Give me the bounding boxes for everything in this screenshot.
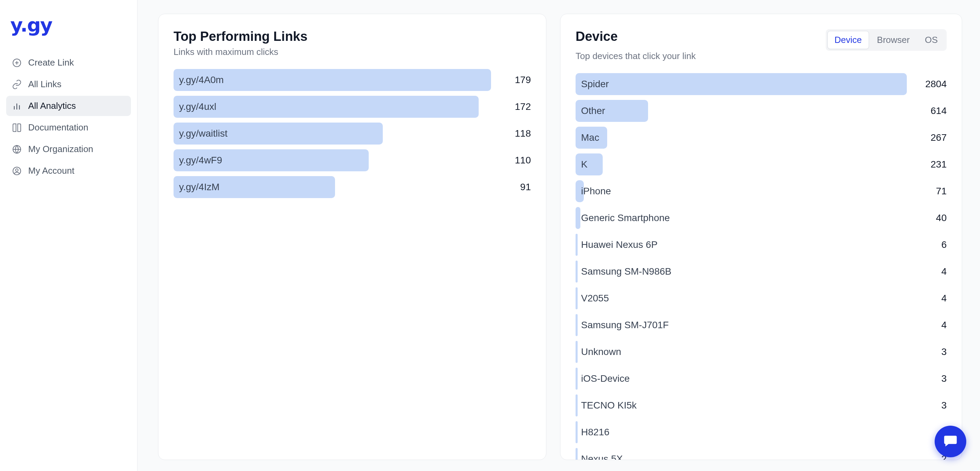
list-item[interactable]: y.gy/waitlist118 — [173, 122, 531, 144]
plus-circle-icon — [12, 58, 22, 68]
bar-track: Samsung SM-J701F — [576, 314, 907, 336]
list-item[interactable]: Mac267 — [576, 127, 947, 149]
bar-track: K — [576, 154, 907, 175]
sidebar-item-all-links[interactable]: All Links — [6, 74, 131, 94]
bar-fill — [576, 287, 578, 309]
card-title: Top Performing Links — [173, 29, 531, 44]
sidebar-item-label: All Links — [28, 79, 62, 90]
bar-fill — [576, 314, 578, 336]
list-item[interactable]: iPhone71 — [576, 180, 947, 202]
list-item[interactable]: y.gy/4A0m179 — [173, 69, 531, 91]
list-item[interactable]: Unknown3 — [576, 341, 947, 363]
svg-point-8 — [16, 168, 18, 171]
user-circle-icon — [12, 166, 22, 176]
bar-fill — [576, 73, 907, 95]
tab-device[interactable]: Device — [827, 31, 869, 49]
sidebar-item-label: Documentation — [28, 122, 88, 133]
list-item[interactable]: H82162 — [576, 421, 947, 443]
bar-value: 2804 — [912, 79, 947, 90]
sidebar-item-create-link[interactable]: Create Link — [6, 52, 131, 73]
bar-label: iPhone — [581, 186, 611, 197]
bar-value: 231 — [912, 159, 947, 170]
bar-value: 110 — [496, 155, 531, 166]
bar-track: Spider — [576, 73, 907, 95]
bar-fill — [576, 207, 581, 229]
main-content: Top Performing Links Links with maximum … — [137, 0, 980, 471]
list-item[interactable]: Spider2804 — [576, 73, 947, 95]
list-item[interactable]: y.gy/4uxl172 — [173, 96, 531, 118]
bar-fill — [576, 234, 578, 256]
list-item[interactable]: TECNO KI5k3 — [576, 395, 947, 416]
sidebar: y.gy Create LinkAll LinksAll AnalyticsDo… — [0, 0, 137, 471]
list-item[interactable]: Nexus 5X2 — [576, 448, 947, 460]
sidebar-item-label: All Analytics — [28, 101, 76, 111]
bar-label: V2055 — [581, 293, 609, 304]
list-item[interactable]: K231 — [576, 154, 947, 175]
bar-track: iOS-Device — [576, 368, 907, 390]
sidebar-item-all-analytics[interactable]: All Analytics — [6, 96, 131, 116]
list-item[interactable]: y.gy/4IzM91 — [173, 176, 531, 198]
bar-label: Huawei Nexus 6P — [581, 239, 658, 250]
bar-fill — [576, 154, 603, 175]
list-item[interactable]: y.gy/4wF9110 — [173, 149, 531, 171]
bar-label: Other — [581, 105, 605, 116]
brand-logo: y.gy — [6, 14, 131, 36]
chat-button[interactable] — [935, 426, 966, 457]
bar-value: 4 — [912, 320, 947, 331]
tab-browser[interactable]: Browser — [870, 31, 917, 49]
bar-label: Samsung SM-N986B — [581, 266, 671, 277]
bar-label: Samsung SM-J701F — [581, 320, 669, 331]
sidebar-item-my-account[interactable]: My Account — [6, 161, 131, 181]
bar-track: y.gy/waitlist — [173, 122, 491, 144]
list-item[interactable]: Generic Smartphone40 — [576, 207, 947, 229]
card-subtitle: Top devices that click your link — [576, 51, 947, 62]
list-item[interactable]: Huawei Nexus 6P6 — [576, 234, 947, 256]
bar-track: H8216 — [576, 421, 907, 443]
card-title: Device — [576, 29, 618, 44]
bar-label: Generic Smartphone — [581, 213, 670, 224]
bar-label: y.gy/4wF9 — [179, 155, 222, 166]
bar-label: H8216 — [581, 427, 609, 438]
list-item[interactable]: Samsung SM-N986B4 — [576, 260, 947, 282]
bar-value: 6 — [912, 239, 947, 250]
globe-icon — [12, 144, 22, 154]
sidebar-item-label: Create Link — [28, 57, 74, 68]
bar-label: y.gy/4A0m — [179, 75, 224, 86]
bar-chart-icon — [12, 101, 22, 111]
chat-icon — [943, 433, 958, 450]
bar-track: TECNO KI5k — [576, 395, 907, 416]
bar-value: 3 — [912, 400, 947, 411]
bar-track: Mac — [576, 127, 907, 149]
bar-value: 3 — [912, 373, 947, 384]
bar-label: TECNO KI5k — [581, 400, 637, 411]
bar-fill — [576, 448, 578, 460]
bar-label: Nexus 5X — [581, 454, 623, 460]
sidebar-nav: Create LinkAll LinksAll AnalyticsDocumen… — [6, 52, 131, 181]
bar-track: Huawei Nexus 6P — [576, 234, 907, 256]
list-item[interactable]: iOS-Device3 — [576, 368, 947, 390]
bar-track: Nexus 5X — [576, 448, 907, 460]
sidebar-item-my-organization[interactable]: My Organization — [6, 139, 131, 159]
bar-label: Mac — [581, 132, 599, 143]
card-subtitle: Links with maximum clicks — [173, 47, 531, 57]
bar-value: 71 — [912, 186, 947, 197]
tab-os[interactable]: OS — [918, 31, 945, 49]
bar-track: Generic Smartphone — [576, 207, 907, 229]
list-item[interactable]: V20554 — [576, 287, 947, 309]
link-icon — [12, 79, 22, 90]
book-icon — [12, 122, 22, 133]
list-item[interactable]: Other614 — [576, 100, 947, 122]
bar-label: y.gy/4uxl — [179, 101, 216, 112]
bar-value: 118 — [496, 128, 531, 139]
sidebar-item-documentation[interactable]: Documentation — [6, 117, 131, 138]
bar-label: Unknown — [581, 346, 621, 357]
bar-value: 4 — [912, 266, 947, 277]
list-item[interactable]: Samsung SM-J701F4 — [576, 314, 947, 336]
bar-fill — [576, 368, 578, 390]
bar-label: Spider — [581, 79, 609, 90]
bar-track: y.gy/4IzM — [173, 176, 491, 198]
bar-value: 267 — [912, 132, 947, 143]
bar-label: y.gy/4IzM — [179, 182, 220, 193]
bar-value: 91 — [496, 182, 531, 193]
bar-track: y.gy/4uxl — [173, 96, 491, 118]
